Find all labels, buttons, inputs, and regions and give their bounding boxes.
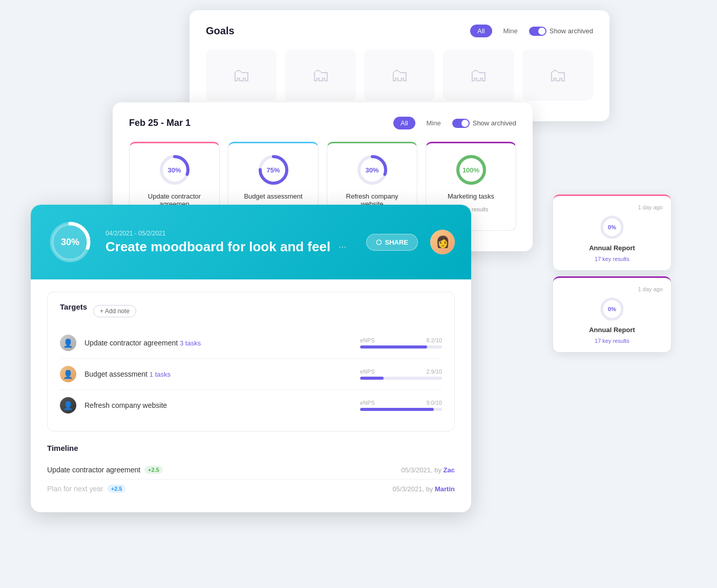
target-metric-label-2: eNPS9.0/10 <box>360 400 442 406</box>
ellipsis-icon[interactable]: ··· <box>339 242 346 252</box>
share-icon: ⬡ <box>376 238 382 246</box>
folder-icon-2: 🗂 <box>311 64 330 86</box>
folder-icon-1: 🗂 <box>232 64 250 86</box>
donut-pct-2: 30% <box>365 166 378 174</box>
target-bar-bg-1 <box>360 377 442 380</box>
target-row-0: 👤 Update contractor agreement 3 tasks eN… <box>60 328 442 359</box>
weekly-filter-all-btn[interactable]: All <box>393 117 415 129</box>
right-card-donut-1: 0% Annual Report 17 key results <box>561 296 663 344</box>
right-card-name-1: Annual Report <box>589 326 635 334</box>
donut-3: 100% <box>455 154 488 186</box>
timeline-author-1: Martin <box>435 485 455 493</box>
target-metric-label-1: eNPS2.9/10 <box>360 368 442 375</box>
target-metric-2: eNPS9.0/10 <box>360 400 442 411</box>
timeline-row-1: Plan for next year +2.5 05/3/2021, by Ma… <box>47 480 455 498</box>
timeline-author-0: Zac <box>444 466 455 474</box>
target-bar-fill-2 <box>360 408 434 411</box>
weekly-panel-header: Feb 25 - Mar 1 All Mine Show archived <box>129 117 516 129</box>
right-donut-pct-0: 0% <box>608 224 616 230</box>
donut-2: 30% <box>356 154 389 186</box>
target-name-0: Update contractor agreement 3 tasks <box>85 339 352 347</box>
share-button[interactable]: ⬡ SHARE <box>366 234 418 251</box>
target-bar-fill-1 <box>360 377 384 380</box>
goals-panel-header: Goals All Mine Show archived <box>206 25 593 37</box>
weekly-filter-group: All Mine Show archived <box>393 117 516 129</box>
target-row-2: 👤 Refresh company website eNPS9.0/10 <box>60 390 442 421</box>
weekly-show-archived-label: Show archived <box>473 119 516 127</box>
goals-filter-group: All Mine Show archived <box>470 25 593 37</box>
folder-card-2[interactable]: 🗂 <box>285 50 355 101</box>
target-avatar-2: 👤 <box>60 397 76 413</box>
goals-folder-grid: 🗂 🗂 🗂 🗂 🗂 <box>206 50 593 101</box>
right-donut-1: 0% <box>599 296 625 322</box>
right-card-name-0: Annual Report <box>589 244 635 252</box>
weekly-archived-switch[interactable] <box>452 119 470 128</box>
right-card-0[interactable]: 1 day ago 0% Annual Report 17 key result… <box>553 194 671 270</box>
goal-card-name-1: Budget assessment <box>244 192 302 200</box>
weekly-filter-mine-btn[interactable]: Mine <box>419 117 448 129</box>
right-card-sub-0: 17 key results <box>595 256 629 262</box>
right-card-1[interactable]: 1 day ago 0% Annual Report 17 key result… <box>553 276 671 352</box>
goal-card-name-3: Marketing tasks <box>448 192 494 200</box>
goals-show-archived-toggle[interactable]: Show archived <box>529 27 593 36</box>
target-avatar-1: 👤 <box>60 366 76 382</box>
folder-card-1[interactable]: 🗂 <box>206 50 277 101</box>
detail-panel: 30% 04/2/2021 - 05/2/2021 Create moodboa… <box>31 205 471 512</box>
timeline-row-0: Update contractor agreement +2.5 05/3/20… <box>47 461 455 480</box>
right-donut-pct-1: 0% <box>608 306 616 312</box>
timeline-name-1: Plan for next year +2.5 <box>47 485 125 493</box>
target-link-1[interactable]: 1 tasks <box>150 371 171 378</box>
target-metric-1: eNPS2.9/10 <box>360 368 442 380</box>
timeline-badge-0: +2.5 <box>144 466 163 474</box>
timeline-badge-1: +2.5 <box>108 485 126 493</box>
target-bar-bg-0 <box>360 345 442 349</box>
target-metric-label-0: eNPS8.2/10 <box>360 337 442 343</box>
right-donut-0: 0% <box>599 214 625 240</box>
target-avatar-0: 👤 <box>60 335 76 351</box>
detail-date-range: 04/2/2021 - 05/2/2021 <box>106 230 354 237</box>
right-card-meta-0: 1 day ago <box>561 204 663 210</box>
target-link-0[interactable]: 3 tasks <box>180 339 201 347</box>
goals-panel-title: Goals <box>206 25 235 37</box>
folder-card-3[interactable]: 🗂 <box>364 50 435 101</box>
timeline-meta-1: 05/3/2021, by Martin <box>393 485 455 493</box>
donut-pct-0: 30% <box>167 166 181 174</box>
donut-1: 75% <box>257 154 290 186</box>
target-name-2: Refresh company website <box>85 401 352 409</box>
detail-panel-body: Targets + Add note 👤 Update contractor a… <box>31 279 471 512</box>
timeline-name-0: Update contractor agreement +2.5 <box>47 466 163 474</box>
target-name-1: Budget assessment 1 tasks <box>85 370 352 378</box>
goals-filter-all-btn[interactable]: All <box>470 25 492 37</box>
detail-title: Create moodboard for look and feel <box>106 239 330 255</box>
folder-icon-4: 🗂 <box>469 64 488 86</box>
goals-show-archived-label: Show archived <box>550 27 593 35</box>
add-note-button[interactable]: + Add note <box>93 305 136 317</box>
weekly-panel-title: Feb 25 - Mar 1 <box>129 118 191 128</box>
targets-title: Targets <box>60 302 87 311</box>
folder-icon-3: 🗂 <box>390 64 409 86</box>
target-bar-fill-0 <box>360 345 427 349</box>
weekly-show-archived-toggle[interactable]: Show archived <box>452 119 516 128</box>
right-card-donut-0: 0% Annual Report 17 key results <box>561 214 663 262</box>
targets-header: Targets + Add note <box>60 302 442 319</box>
detail-header-info: 04/2/2021 - 05/2/2021 Create moodboard f… <box>106 230 354 255</box>
right-cards-container: 1 day ago 0% Annual Report 17 key result… <box>553 194 671 352</box>
donut-pct-3: 100% <box>462 166 479 174</box>
timeline-section: Timeline Update contractor agreement +2.… <box>47 444 455 498</box>
goals-archived-switch[interactable] <box>529 27 546 36</box>
folder-icon-5: 🗂 <box>549 64 567 86</box>
avatar: 👩 <box>430 230 455 254</box>
donut-0: 30% <box>158 154 191 186</box>
main-progress-pct: 30% <box>61 237 79 248</box>
goals-filter-mine-btn[interactable]: Mine <box>496 25 525 37</box>
right-card-sub-1: 17 key results <box>595 338 629 344</box>
target-metric-0: eNPS8.2/10 <box>360 337 442 349</box>
folder-card-4[interactable]: 🗂 <box>443 50 514 101</box>
timeline-meta-0: 05/3/2021, by Zac <box>401 466 455 474</box>
detail-panel-header: 30% 04/2/2021 - 05/2/2021 Create moodboa… <box>31 205 471 279</box>
target-row-1: 👤 Budget assessment 1 tasks eNPS2.9/10 <box>60 359 442 390</box>
main-progress-ring: 30% <box>47 219 93 265</box>
targets-section: Targets + Add note 👤 Update contractor a… <box>47 292 455 431</box>
target-bar-bg-2 <box>360 408 442 411</box>
folder-card-5[interactable]: 🗂 <box>522 50 593 101</box>
